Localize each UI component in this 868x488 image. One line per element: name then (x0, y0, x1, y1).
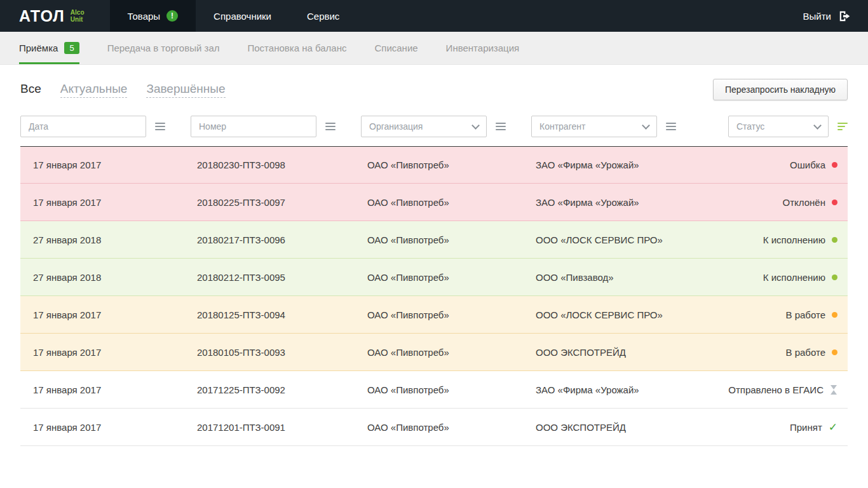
cell-date: 17 января 2017 (20, 159, 197, 170)
cell-counterparty: ООО «ЛОСК СЕРВИС ПРО» (536, 309, 785, 320)
table-row[interactable]: 27 января 2018 20180217-ПТЗ-0096 ОАО «Пи… (20, 221, 848, 259)
logout-button[interactable]: Выйти (787, 0, 868, 32)
cell-date: 17 января 2017 (20, 347, 197, 358)
cell-counterparty: ООО ЭКСПОТРЕЙД (536, 347, 785, 358)
cell-number: 20180212-ПТЗ-0095 (197, 272, 367, 283)
cell-counterparty: ЗАО «Фирма «Урожай» (536, 197, 783, 208)
number-filter-input[interactable] (191, 116, 316, 137)
brand-name: АТОЛ (19, 8, 65, 24)
filter-group-date (20, 116, 165, 137)
cell-counterparty: ООО «ЛОСК СЕРВИС ПРО» (536, 234, 763, 245)
cell-number: 20171225-ПТЗ-0092 (197, 384, 367, 395)
table-row[interactable]: 17 января 2017 20171225-ПТЗ-0092 ОАО «Пи… (20, 371, 848, 409)
status-icon (832, 200, 837, 205)
tab-inventarizaciya[interactable]: Инвентаризация (446, 32, 520, 64)
nav-item-directories[interactable]: Справочники (196, 0, 289, 32)
cell-date: 17 января 2017 (20, 384, 197, 395)
cell-status: Ошибка (790, 159, 848, 170)
tab-priemka[interactable]: Приёмка 5 (19, 32, 79, 64)
cell-status: К исполнению (763, 272, 848, 283)
cell-number: 20180225-ПТЗ-0097 (197, 197, 367, 208)
cell-status: Отклонён (783, 197, 848, 208)
cell-status: В работе (785, 347, 848, 358)
cell-date: 17 января 2017 (20, 309, 197, 320)
cell-organization: ОАО «Пивпотреб» (367, 309, 536, 320)
table-row[interactable]: 17 января 2017 20180225-ПТЗ-0097 ОАО «Пи… (20, 184, 848, 221)
view-filter-row: Все Актуальные Завершённые Перезапросить… (20, 79, 848, 100)
table-row[interactable]: 17 января 2017 20180125-ПТЗ-0094 ОАО «Пи… (20, 296, 848, 334)
filter-group-organization: Организация (361, 116, 506, 137)
chevron-down-icon (813, 121, 822, 130)
cell-counterparty: ООО ЭКСПОТРЕЙД (536, 422, 790, 433)
filter-group-status: Статус (728, 116, 848, 137)
cell-number: 20180105-ПТЗ-0093 (197, 347, 367, 358)
chevron-down-icon (642, 121, 650, 130)
hourglass-icon (830, 384, 837, 395)
organization-select[interactable]: Организация (361, 116, 487, 137)
cell-date: 27 января 2018 (20, 272, 197, 283)
cell-organization: ОАО «Пивпотреб» (367, 347, 536, 358)
status-icon (832, 162, 837, 168)
date-filter-input[interactable] (20, 116, 146, 137)
status-icon (832, 274, 837, 280)
sort-icon[interactable] (325, 121, 336, 132)
cell-date: 17 января 2017 (20, 422, 197, 433)
alert-badge: ! (166, 10, 178, 22)
cell-number: 20180217-ПТЗ-0096 (197, 234, 367, 245)
table-row[interactable]: 17 января 2017 20180230-ПТЗ-0098 ОАО «Пи… (20, 146, 848, 184)
status-icon (832, 312, 837, 318)
refresh-invoice-button[interactable]: Перезапросить накладную (713, 79, 848, 100)
table-row[interactable]: 27 января 2018 20180212-ПТЗ-0095 ОАО «Пи… (20, 259, 848, 296)
view-links: Все Актуальные Завершённые (20, 82, 226, 98)
status-select[interactable]: Статус (728, 116, 829, 137)
view-all[interactable]: Все (20, 82, 41, 97)
cell-organization: ОАО «Пивпотреб» (367, 197, 536, 208)
sort-icon[interactable] (496, 121, 506, 132)
cell-status: К исполнению (763, 234, 848, 245)
column-filters: Организация Контрагент Статус (20, 116, 848, 137)
cell-status: В работе (785, 309, 848, 320)
cell-counterparty: ЗАО «Фирма «Урожай» (536, 384, 728, 395)
cell-counterparty: ЗАО «Фирма «Урожай» (536, 159, 790, 170)
filter-group-number (191, 116, 336, 137)
cell-number: 20180230-ПТЗ-0098 (197, 159, 367, 170)
cell-number: 20171201-ПТЗ-0091 (197, 422, 367, 433)
invoices-table: 17 января 2017 20180230-ПТЗ-0098 ОАО «Пи… (20, 146, 848, 446)
cell-status: Отправлено в ЕГАИС (728, 384, 848, 395)
chevron-down-icon (471, 121, 480, 130)
tab-peredacha[interactable]: Передача в торговый зал (107, 32, 220, 64)
counterparty-select[interactable]: Контрагент (531, 116, 657, 137)
cell-date: 17 января 2017 (20, 197, 197, 208)
cell-organization: ОАО «Пивпотреб» (367, 234, 536, 245)
nav-item-service[interactable]: Сервис (289, 0, 357, 32)
sort-icon-active[interactable] (837, 121, 848, 132)
status-icon (832, 237, 837, 243)
cell-number: 20180125-ПТЗ-0094 (197, 309, 367, 320)
nav-item-goods[interactable]: Товары ! (110, 0, 196, 32)
view-actual[interactable]: Актуальные (60, 82, 128, 98)
tab-postanovka[interactable]: Постановка на баланс (247, 32, 346, 64)
brand-logo: АТОЛ Alco Unit (0, 0, 104, 32)
section-tabs: Приёмка 5 Передача в торговый зал Постан… (0, 32, 868, 65)
main-nav: Товары ! Справочники Сервис (110, 0, 358, 32)
count-badge: 5 (64, 42, 79, 55)
tab-spisanie[interactable]: Списание (374, 32, 417, 64)
cell-organization: ОАО «Пивпотреб» (367, 422, 536, 433)
view-completed[interactable]: Завершённые (146, 82, 225, 98)
table-row[interactable]: 17 января 2017 20171201-ПТЗ-0091 ОАО «Пи… (20, 409, 848, 446)
cell-date: 27 января 2018 (20, 234, 197, 245)
content: Все Актуальные Завершённые Перезапросить… (0, 79, 868, 446)
table-row[interactable]: 17 января 2017 20180105-ПТЗ-0093 ОАО «Пи… (20, 334, 848, 371)
cell-counterparty: ООО «Пивзавод» (536, 272, 763, 283)
sort-icon[interactable] (666, 121, 676, 132)
sort-icon[interactable] (155, 121, 165, 132)
cell-organization: ОАО «Пивпотреб» (367, 159, 536, 170)
product-name: Alco Unit (71, 9, 85, 24)
cell-status: Принят (790, 422, 848, 433)
topbar: АТОЛ Alco Unit Товары ! Справочники Серв… (0, 0, 868, 32)
filter-group-counterparty: Контрагент (531, 116, 676, 137)
status-icon (832, 349, 837, 355)
cell-organization: ОАО «Пивпотреб» (367, 272, 536, 283)
cell-organization: ОАО «Пивпотреб» (367, 384, 536, 395)
check-icon (829, 422, 837, 433)
